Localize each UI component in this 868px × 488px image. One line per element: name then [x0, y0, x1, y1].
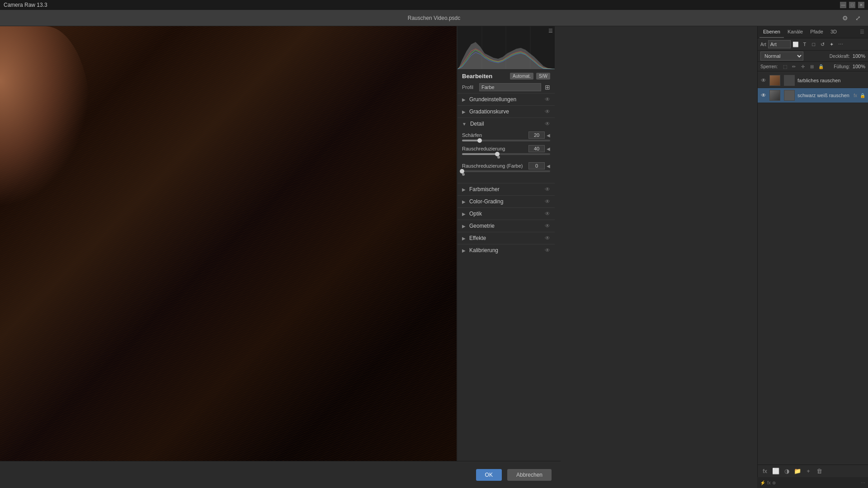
- color-grading-label: Color-Grading: [469, 198, 545, 205]
- maximize-button[interactable]: □: [849, 2, 855, 8]
- effekte-label: Effekte: [469, 235, 545, 241]
- lock-all-btn[interactable]: 🔒: [817, 63, 825, 70]
- lock-position-btn[interactable]: ✛: [799, 63, 807, 70]
- layer-style-btn[interactable]: fx: [760, 467, 769, 476]
- detail-header[interactable]: ▼ Detail 👁: [458, 118, 555, 130]
- layer-row[interactable]: 👁 farbliches rauschen: [758, 73, 868, 88]
- section-color-grading[interactable]: ▶ Color-Grading 👁: [458, 195, 555, 207]
- scharfen-slider-row: Schärfen ◀: [462, 131, 550, 141]
- ps-status-text: fx ⊕: [767, 480, 776, 485]
- text-btn[interactable]: T: [801, 40, 809, 48]
- chevron-right-icon: ▶: [462, 97, 466, 102]
- rauschreduzierung-farbe-thumb[interactable]: [460, 169, 464, 174]
- layer-group-btn[interactable]: 📁: [793, 467, 802, 476]
- rauschreduzierung-track[interactable]: [462, 153, 550, 155]
- chevron-right-icon: ▶: [462, 224, 466, 229]
- chevron-right-icon: ▶: [462, 109, 466, 114]
- checkerboard-btn[interactable]: ⬜: [792, 40, 800, 48]
- section-effekte[interactable]: ▶ Effekte 👁: [458, 232, 555, 244]
- section-grundeinstellungen[interactable]: ▶ Grundeinstellungen 👁: [458, 93, 555, 105]
- chevron-right-icon: ▶: [462, 236, 466, 241]
- chevron-down-icon: ▼: [462, 122, 467, 127]
- profil-select[interactable]: Farbe: [479, 83, 541, 91]
- layer-thumbnail: [769, 90, 780, 101]
- layer-mask-btn[interactable]: ⬜: [771, 467, 780, 476]
- rauschreduzierung-farbe-track[interactable]: [462, 170, 550, 172]
- lock-image-btn[interactable]: ✏: [790, 63, 797, 70]
- layer-name: schwarz weiß rauschen: [797, 93, 851, 98]
- effekte-eye-icon[interactable]: 👁: [545, 235, 550, 241]
- tab-pfade[interactable]: Pfade: [807, 26, 827, 38]
- fullscreen-icon[interactable]: ⤢: [855, 14, 861, 22]
- rect-btn[interactable]: □: [810, 40, 818, 48]
- lock-artboard-btn[interactable]: ⊞: [808, 63, 816, 70]
- layer-visibility-icon[interactable]: 👁: [760, 77, 767, 84]
- layer-lock-icon: 🔒: [860, 93, 865, 98]
- ps-status-right: ⋯: [861, 480, 865, 485]
- adjustment-layer-btn[interactable]: ◑: [782, 467, 791, 476]
- more-btn[interactable]: ⋯: [837, 40, 845, 48]
- settings-icon[interactable]: ⚙: [842, 14, 848, 22]
- optik-eye-icon[interactable]: 👁: [545, 211, 550, 217]
- delete-layer-btn[interactable]: 🗑: [815, 467, 824, 476]
- ps-status-icon: ⚡: [760, 480, 765, 485]
- profil-label: Profil: [462, 84, 476, 90]
- color-grading-eye-icon[interactable]: 👁: [545, 198, 550, 205]
- ok-button[interactable]: OK: [476, 469, 502, 481]
- section-kalibrierung[interactable]: ▶ Kalibrierung 👁: [458, 244, 555, 256]
- scharfen-arrow-icon: ◀: [547, 133, 550, 138]
- layer-name: farbliches rauschen: [797, 78, 865, 83]
- detail-label: Detail: [470, 121, 545, 127]
- art-select[interactable]: Art: [768, 40, 791, 48]
- minimize-button[interactable]: —: [840, 2, 846, 8]
- histogram-menu-icon[interactable]: ☰: [548, 28, 553, 34]
- fuellung-value[interactable]: 100%: [853, 64, 865, 69]
- tab-3d[interactable]: 3D: [827, 26, 840, 38]
- layer-visibility-icon[interactable]: 👁: [760, 92, 767, 99]
- close-button[interactable]: ✕: [858, 2, 864, 8]
- section-farbmischer[interactable]: ▶ Farbmischer 👁: [458, 183, 555, 195]
- rauschreduzierung-farbe-label: Rauschreduzierung (Farbe): [462, 163, 523, 169]
- lock-row: Sperren: ⬚ ✏ ✛ ⊞ 🔒 Füllung: 100%: [758, 62, 868, 71]
- automat-button[interactable]: Automat.: [510, 73, 533, 80]
- geometrie-eye-icon[interactable]: 👁: [545, 223, 550, 229]
- scharfen-value[interactable]: [528, 131, 545, 139]
- farbmischer-eye-icon[interactable]: 👁: [545, 186, 550, 192]
- scharfen-track[interactable]: [462, 140, 550, 141]
- histogram-controls: ☰: [548, 28, 553, 34]
- blend-mode-row: Normal Multiplizieren Abdunkeln Deckkraf…: [758, 51, 868, 62]
- rauschreduzierung-thumb[interactable]: [495, 152, 500, 156]
- sw-button[interactable]: S/W: [536, 73, 550, 80]
- layer-row[interactable]: 👁 schwarz weiß rauschen fx 🔒: [758, 88, 868, 103]
- sperren-label: Sperren:: [760, 64, 778, 69]
- section-geometrie[interactable]: ▶ Geometrie 👁: [458, 220, 555, 232]
- profil-row: Profil Farbe ⊞: [458, 81, 555, 93]
- section-gradationskurve[interactable]: ▶ Gradationskurve 👁: [458, 105, 555, 117]
- tab-kanaele[interactable]: Kanäle: [784, 26, 807, 38]
- rauschreduzierung-slider-row: Rauschreduzierung ◀: [462, 145, 550, 159]
- rauschreduzierung-value[interactable]: [528, 145, 545, 152]
- gradationskurve-eye-icon[interactable]: 👁: [545, 108, 550, 115]
- rauschreduzierung-arrow-icon: ◀: [547, 146, 550, 151]
- lock-transparent-btn[interactable]: ⬚: [781, 63, 788, 70]
- profil-grid-icon[interactable]: ⊞: [545, 84, 550, 91]
- raw-panel: ☰ Bearbeiten Automat. S/W Profil Farbe ⊞…: [458, 26, 555, 461]
- histogram: ☰: [458, 26, 555, 69]
- tab-ebenen[interactable]: Ebenen: [760, 26, 784, 38]
- kalibrierung-eye-icon[interactable]: 👁: [545, 247, 550, 253]
- new-layer-btn[interactable]: +: [804, 467, 813, 476]
- optik-label: Optik: [469, 211, 545, 217]
- rauschreduzierung-farbe-value[interactable]: [528, 162, 545, 169]
- blend-mode-select[interactable]: Normal Multiplizieren Abdunkeln: [760, 52, 803, 61]
- cancel-button[interactable]: Abbrechen: [507, 469, 552, 481]
- grundeinstellungen-label: Grundeinstellungen: [469, 96, 545, 103]
- fuellung-label: Füllung:: [834, 64, 850, 69]
- section-optik[interactable]: ▶ Optik 👁: [458, 207, 555, 220]
- scharfen-thumb[interactable]: [477, 138, 482, 143]
- star-btn[interactable]: ✦: [828, 40, 836, 48]
- rotate-btn[interactable]: ↺: [819, 40, 827, 48]
- grundeinstellungen-eye-icon[interactable]: 👁: [545, 96, 550, 103]
- detail-eye-icon[interactable]: 👁: [545, 121, 550, 127]
- panel-menu-icon[interactable]: ☰: [858, 26, 866, 38]
- deckkraft-value[interactable]: 100%: [853, 53, 865, 59]
